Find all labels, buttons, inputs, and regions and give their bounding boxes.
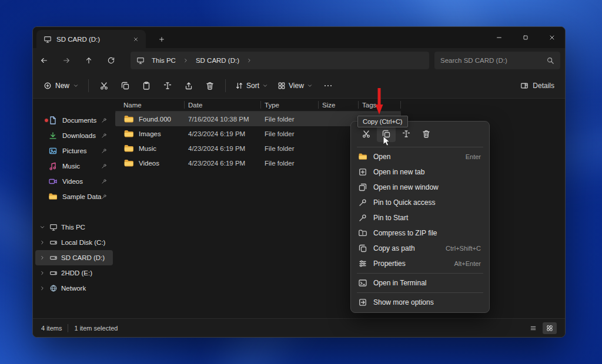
menu-item-pin-to-quick-access[interactable]: Pin to Quick access: [353, 195, 487, 210]
menu-item-open-in-new-tab[interactable]: Open in new tab: [353, 164, 487, 180]
rename-button[interactable]: [157, 76, 178, 95]
menu-item-compress-to-zip[interactable]: Compress to ZIP file: [353, 225, 487, 241]
sort-button[interactable]: Sort: [230, 76, 273, 95]
navigation-pane: Documents Downloads Pictures Music: [33, 99, 115, 318]
column-header-size[interactable]: Size: [319, 99, 359, 111]
sidebar-item-music[interactable]: Music: [35, 159, 113, 174]
delete-button[interactable]: [199, 76, 220, 95]
menu-item-pin-to-start[interactable]: Pin to Start: [353, 210, 487, 225]
refresh-icon: [107, 56, 115, 65]
menu-item-label: Show more options: [373, 298, 434, 306]
cut-icon: [362, 129, 371, 139]
menu-item-open-in-terminal[interactable]: Open in Terminal: [353, 275, 487, 291]
chevron-down-icon: [73, 83, 79, 89]
new-button[interactable]: New: [39, 76, 83, 95]
address-bar: This PC SD CARD (D:): [33, 48, 565, 73]
sidebar-item-videos[interactable]: Videos: [35, 174, 113, 189]
sidebar-item-this-pc[interactable]: This PC: [35, 220, 113, 235]
pin-icon: [101, 163, 107, 169]
search-icon: [546, 56, 554, 65]
search-box[interactable]: [434, 52, 560, 69]
sidebar-item-local-disk-c[interactable]: Local Disk (C:): [35, 235, 113, 250]
sidebar-item-pictures[interactable]: Pictures: [35, 143, 113, 159]
folder-icon: [123, 129, 134, 139]
sidebar-item-label: Local Disk (C:): [61, 239, 105, 246]
file-name: Images: [139, 130, 161, 137]
videos-icon: [48, 177, 58, 186]
column-header-type[interactable]: Type: [261, 99, 319, 111]
cut-button[interactable]: [357, 126, 376, 142]
menu-item-open[interactable]: Open Enter: [353, 149, 487, 164]
sidebar-item-label: This PC: [61, 224, 85, 231]
folder-icon: [123, 158, 134, 168]
sidebar-item-2hdd-e[interactable]: 2HDD (E:): [35, 265, 113, 281]
up-button[interactable]: [78, 52, 100, 69]
new-tab-button[interactable]: [154, 33, 169, 46]
chevron-right-icon[interactable]: [39, 240, 46, 245]
breadcrumb-current[interactable]: SD CARD (D:): [192, 56, 243, 65]
file-date: 4/23/2024 6:19 PM: [185, 160, 261, 167]
menu-item-properties[interactable]: Properties Alt+Enter: [353, 256, 487, 271]
forward-button[interactable]: [55, 52, 78, 69]
chevron-right-icon[interactable]: [182, 58, 190, 63]
share-button[interactable]: [178, 76, 199, 95]
minimize-button[interactable]: [486, 27, 512, 48]
rename-icon: [163, 81, 172, 90]
column-header-date[interactable]: Date: [185, 99, 261, 111]
close-icon: [133, 36, 139, 42]
close-icon: [549, 34, 556, 41]
cut-button[interactable]: [93, 76, 115, 95]
sort-icon: [235, 82, 243, 90]
open-new-tab-icon: [358, 167, 367, 177]
sidebar-item-network[interactable]: Network: [35, 281, 113, 296]
chevron-down-icon[interactable]: [39, 224, 46, 230]
chevron-down-icon: [262, 83, 268, 89]
menu-divider: [357, 273, 483, 274]
file-type: File folder: [261, 160, 319, 167]
menu-item-copy-as-path[interactable]: Copy as path Ctrl+Shift+C: [353, 241, 487, 256]
menu-item-open-in-new-window[interactable]: Open in new window: [353, 180, 487, 195]
chevron-right-icon[interactable]: [245, 58, 253, 63]
breadcrumb-this-pc[interactable]: This PC: [148, 56, 179, 65]
file-name: Videos: [139, 160, 159, 167]
trash-icon: [422, 129, 431, 139]
grid-view-icon: [546, 325, 553, 332]
file-name: Found.000: [139, 116, 171, 123]
back-button[interactable]: [33, 52, 55, 69]
see-more-button[interactable]: [317, 76, 339, 95]
selection-count: 1 item selected: [74, 325, 118, 332]
details-view-toggle[interactable]: [526, 322, 540, 334]
status-bar: 4 items 1 item selected: [33, 318, 565, 337]
copy-icon: [121, 81, 130, 90]
file-date: 7/16/2024 10:38 PM: [185, 116, 261, 123]
copy-button[interactable]: [377, 126, 396, 142]
menu-item-label: Open in new window: [373, 183, 439, 191]
sidebar-item-documents[interactable]: Documents: [35, 113, 113, 128]
delete-button[interactable]: [417, 126, 436, 142]
rename-button[interactable]: [397, 126, 416, 142]
column-header-tags[interactable]: Tags: [359, 99, 401, 111]
view-button[interactable]: View: [273, 76, 317, 95]
menu-divider: [357, 147, 483, 147]
paste-button[interactable]: [136, 76, 157, 95]
details-label: Details: [533, 82, 554, 90]
maximize-button[interactable]: [512, 27, 539, 48]
breadcrumb[interactable]: This PC SD CARD (D:): [131, 52, 429, 69]
sidebar-item-downloads[interactable]: Downloads: [35, 128, 113, 143]
sidebar-item-sd-card-d[interactable]: SD CARD (D:): [35, 250, 113, 265]
large-icons-view-toggle[interactable]: [543, 322, 557, 334]
sidebar-item-sample-data[interactable]: Sample Data: [35, 189, 113, 204]
drive-icon: [49, 269, 58, 277]
chevron-right-icon[interactable]: [39, 255, 46, 261]
explorer-tab[interactable]: SD CARD (D:): [36, 30, 146, 48]
chevron-right-icon[interactable]: [39, 270, 46, 276]
tab-close-button[interactable]: [131, 34, 141, 45]
close-button[interactable]: [539, 27, 565, 48]
refresh-button[interactable]: [100, 52, 122, 69]
chevron-right-icon[interactable]: [39, 285, 46, 291]
menu-item-show-more-options[interactable]: Show more options: [353, 295, 487, 310]
details-pane-button[interactable]: Details: [516, 76, 559, 95]
copy-button[interactable]: [115, 76, 136, 95]
search-input[interactable]: [440, 57, 543, 64]
column-header-name[interactable]: Name: [115, 99, 185, 111]
